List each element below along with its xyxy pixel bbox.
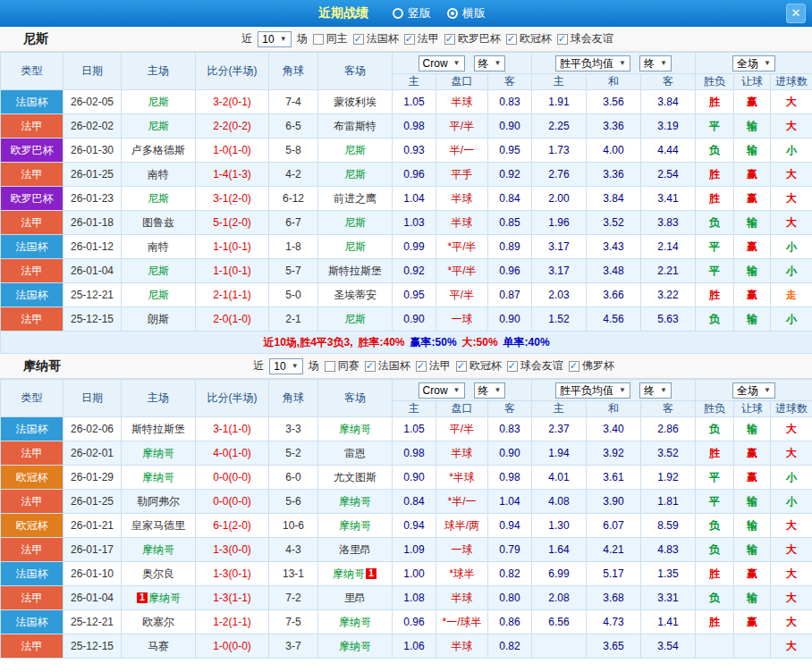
odds-handicap: 平/半 [436,283,488,307]
checkbox-icon [313,34,324,45]
column-subheader: 客 [641,401,696,417]
avg-final-select[interactable]: 终▼ [639,55,672,71]
odds-handicap: 半球 [436,211,488,235]
checkbox-label: 法国杯 [378,358,410,374]
result-handicap: 赢 [734,235,771,259]
column-header: 客场 [318,380,393,417]
home-team: 图鲁兹 [122,211,196,235]
home-team: 尼斯 [122,187,196,211]
filter-checkbox-0[interactable]: 同主 [313,31,348,46]
home-team: 尼斯 [122,114,196,139]
match-score: 2-0(1-0) [196,307,269,332]
filter-checkbox-2[interactable]: 法甲 [416,358,451,374]
match-date: 26-02-02 [63,114,122,139]
filter-checkbox-5[interactable]: 球会友谊 [557,31,613,46]
team-name-text: 尼斯 [344,168,366,181]
filter-checkbox-0[interactable]: 同赛 [325,358,359,374]
away-team: 尤文图斯 [318,466,393,490]
result-handicap [734,634,771,659]
filter-checkbox-4[interactable]: 欧冠杯 [506,31,552,46]
matches-table-1: 类型日期主场比分(半场)角球客场Crow▼终▼胜平负均值▼终▼全场▼主盘口客主和… [0,379,812,659]
corner-count: 4-3 [269,538,318,562]
team-name-text: 尼斯 [148,96,169,108]
avg-home: 4.01 [532,466,587,490]
result-handicap: 赢 [734,90,771,114]
team-name-text: 摩纳哥 [339,423,371,435]
odds-away: 0.83 [488,90,532,114]
odds-away: 0.94 [488,514,532,538]
bookmaker-select[interactable]: Crow▼ [419,382,465,399]
filter-checkbox-5[interactable]: 佛罗杯 [569,358,614,374]
avg-away: 3.52 [641,441,696,466]
column-header: 日期 [63,53,122,90]
match-date: 26-01-29 [63,466,122,490]
checkbox-label: 欧冠杯 [520,31,552,46]
avg-draw: 3.90 [587,490,641,514]
match-row: 法国杯26-01-10奥尔良1-3(0-1)13-1摩纳哥11.00*球半0.8… [1,562,812,586]
filter-checkbox-3[interactable]: 欧冠杯 [456,358,502,374]
avg-type-select[interactable]: 胜平负均值▼ [555,382,630,399]
filter-checkbox-1[interactable]: 法国杯 [365,358,410,374]
scope-select[interactable]: 全场▼ [732,382,775,399]
odds-away: 0.95 [488,139,532,163]
away-team: 蒙彼利埃 [318,90,393,114]
odds-home: 0.96 [393,163,436,187]
close-icon[interactable]: ✕ [786,4,806,23]
match-row: 法甲26-01-25南特1-4(1-3)4-2尼斯0.96平手0.922.763… [1,163,812,187]
games-label: 场 [309,358,319,374]
match-score: 3-2(0-1) [196,90,269,114]
corner-count: 5-8 [269,139,318,163]
result-goals: 大 [771,634,812,659]
view-option-horizontal[interactable]: 横版 [447,5,486,21]
bookmaker-select[interactable]: Crow▼ [419,55,465,71]
away-team: 摩纳哥1 [318,562,393,586]
match-date: 26-02-05 [63,90,122,114]
away-team: 斯特拉斯堡 [318,259,393,283]
filter-checkbox-3[interactable]: 欧罗巴杯 [444,31,501,46]
summary-part: 胜率:40% [359,336,405,349]
match-row: 法甲26-02-01摩纳哥4-0(1-0)5-2雷恩0.98半球0.901.94… [1,441,812,466]
match-row: 法甲25-12-15朗斯2-0(1-0)2-1尼斯0.90一球0.901.524… [1,307,812,332]
checkbox-icon [404,34,415,45]
odds-group-controls: Crow▼终▼ [393,382,531,399]
odds-home: 0.93 [393,139,436,163]
odds-away: 0.80 [488,586,532,610]
checkbox-label: 佛罗杯 [582,358,614,374]
avg-home: 1.73 [532,139,587,163]
odds-home: 1.06 [393,634,436,659]
view-option-vertical[interactable]: 竖版 [393,5,431,21]
page-title: 近期战绩 [318,5,368,21]
match-date: 26-01-30 [63,139,122,163]
filter-checkbox-1[interactable]: 法国杯 [353,31,399,46]
scope-select[interactable]: 全场▼ [732,55,775,71]
filter-checkbox-2[interactable]: 法甲 [404,31,439,46]
match-date: 25-12-15 [63,634,122,659]
odds-final-select[interactable]: 终▼ [474,382,506,399]
header-group-row: 类型日期主场比分(半场)角球客场Crow▼终▼胜平负均值▼终▼全场▼ [1,53,812,74]
home-team: 卢多格德斯 [122,139,196,163]
odds-final-select[interactable]: 终▼ [474,55,506,71]
match-score: 1-4(1-3) [196,163,269,187]
avg-away: 3.22 [641,283,696,307]
column-header: 类型 [1,380,63,417]
match-count-select[interactable]: 10▼ [258,31,291,47]
avg-away: 1.92 [641,466,696,490]
team-name-text: 布雷斯特 [334,120,376,132]
avg-draw: 4.56 [587,307,641,332]
team-name: 摩纳哥 [23,358,61,374]
match-count-select[interactable]: 10▼ [269,358,302,374]
filter-checkbox-4[interactable]: 球会友谊 [507,358,563,374]
team-name-text: 斯特拉斯堡 [131,423,185,435]
team-name-text: 摩纳哥 [339,495,371,508]
column-header: 日期 [63,380,122,417]
away-team: 里昂 [318,586,393,610]
competition-badge: 欧罗巴杯 [1,139,63,163]
avg-final-select-value: 终 [644,384,655,397]
odds-handicap: *一/球半 [436,610,488,634]
odds-handicap: 半/一 [436,139,488,163]
away-team: 尼斯 [318,211,393,235]
avg-final-select[interactable]: 终▼ [639,382,672,399]
avg-draw: 3.56 [587,90,641,114]
away-team: 洛里昂 [318,538,393,562]
avg-type-select[interactable]: 胜平负均值▼ [555,55,630,71]
